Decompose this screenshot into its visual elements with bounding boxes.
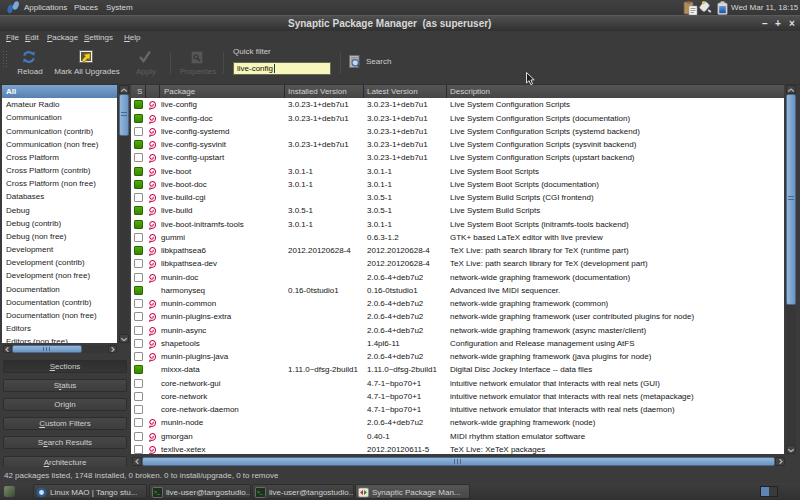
svg-text:>_: >_ [154,489,160,495]
svg-text:>_: >_ [257,489,263,495]
